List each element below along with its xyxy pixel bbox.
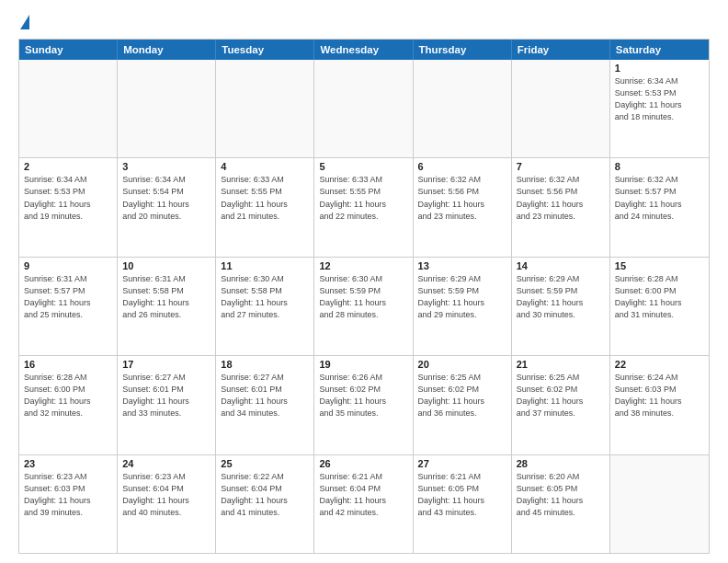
day-number: 28 bbox=[517, 458, 605, 469]
day-number: 2 bbox=[24, 161, 112, 172]
day-info: Sunrise: 6:27 AM Sunset: 6:01 PM Dayligh… bbox=[122, 372, 210, 419]
calendar-row-1: 2Sunrise: 6:34 AM Sunset: 5:53 PM Daylig… bbox=[19, 158, 709, 257]
calendar-cell: 23Sunrise: 6:23 AM Sunset: 6:03 PM Dayli… bbox=[19, 455, 118, 553]
calendar-cell: 22Sunrise: 6:24 AM Sunset: 6:03 PM Dayli… bbox=[610, 356, 709, 454]
calendar-cell bbox=[610, 455, 709, 553]
header-day-monday: Monday bbox=[118, 40, 216, 60]
page: SundayMondayTuesdayWednesdayThursdayFrid… bbox=[0, 0, 728, 563]
calendar-cell bbox=[314, 60, 413, 157]
day-info: Sunrise: 6:30 AM Sunset: 5:59 PM Dayligh… bbox=[319, 273, 407, 321]
day-info: Sunrise: 6:29 AM Sunset: 5:59 PM Dayligh… bbox=[517, 273, 605, 321]
logo-text bbox=[18, 15, 29, 31]
calendar-cell: 10Sunrise: 6:31 AM Sunset: 5:58 PM Dayli… bbox=[118, 258, 216, 355]
day-info: Sunrise: 6:25 AM Sunset: 6:02 PM Dayligh… bbox=[517, 372, 605, 419]
day-number: 1 bbox=[615, 63, 704, 74]
day-number: 8 bbox=[615, 161, 704, 172]
day-info: Sunrise: 6:34 AM Sunset: 5:54 PM Dayligh… bbox=[122, 174, 210, 222]
day-info: Sunrise: 6:33 AM Sunset: 5:55 PM Dayligh… bbox=[221, 174, 309, 222]
day-number: 6 bbox=[418, 161, 506, 172]
calendar-cell: 5Sunrise: 6:33 AM Sunset: 5:55 PM Daylig… bbox=[314, 158, 413, 256]
logo bbox=[18, 15, 29, 31]
day-number: 10 bbox=[122, 260, 210, 271]
day-number: 7 bbox=[517, 161, 605, 172]
calendar-row-2: 9Sunrise: 6:31 AM Sunset: 5:57 PM Daylig… bbox=[19, 258, 709, 356]
calendar-cell: 26Sunrise: 6:21 AM Sunset: 6:04 PM Dayli… bbox=[314, 455, 413, 553]
calendar-cell: 7Sunrise: 6:32 AM Sunset: 5:56 PM Daylig… bbox=[512, 158, 610, 256]
calendar-cell: 8Sunrise: 6:32 AM Sunset: 5:57 PM Daylig… bbox=[610, 158, 709, 256]
day-info: Sunrise: 6:26 AM Sunset: 6:02 PM Dayligh… bbox=[319, 372, 407, 419]
day-number: 16 bbox=[24, 359, 112, 370]
day-info: Sunrise: 6:29 AM Sunset: 5:59 PM Dayligh… bbox=[418, 273, 506, 321]
header-day-wednesday: Wednesday bbox=[314, 40, 413, 60]
calendar-cell: 24Sunrise: 6:23 AM Sunset: 6:04 PM Dayli… bbox=[118, 455, 216, 553]
calendar-cell: 12Sunrise: 6:30 AM Sunset: 5:59 PM Dayli… bbox=[314, 258, 413, 355]
calendar-cell: 9Sunrise: 6:31 AM Sunset: 5:57 PM Daylig… bbox=[19, 258, 118, 355]
calendar-cell: 17Sunrise: 6:27 AM Sunset: 6:01 PM Dayli… bbox=[118, 356, 216, 454]
calendar-cell: 21Sunrise: 6:25 AM Sunset: 6:02 PM Dayli… bbox=[512, 356, 610, 454]
calendar-cell: 6Sunrise: 6:32 AM Sunset: 5:56 PM Daylig… bbox=[414, 158, 512, 256]
day-info: Sunrise: 6:23 AM Sunset: 6:04 PM Dayligh… bbox=[122, 471, 210, 519]
header-day-sunday: Sunday bbox=[19, 40, 118, 60]
day-number: 27 bbox=[418, 458, 506, 469]
day-info: Sunrise: 6:34 AM Sunset: 5:53 PM Dayligh… bbox=[24, 174, 112, 222]
day-number: 21 bbox=[517, 359, 605, 370]
day-info: Sunrise: 6:28 AM Sunset: 6:00 PM Dayligh… bbox=[615, 273, 704, 321]
day-number: 22 bbox=[615, 359, 704, 370]
calendar-cell: 19Sunrise: 6:26 AM Sunset: 6:02 PM Dayli… bbox=[314, 356, 413, 454]
day-number: 23 bbox=[24, 458, 112, 469]
day-number: 5 bbox=[319, 161, 407, 172]
day-info: Sunrise: 6:22 AM Sunset: 6:04 PM Dayligh… bbox=[221, 471, 309, 519]
calendar-cell bbox=[216, 60, 314, 157]
day-number: 4 bbox=[221, 161, 309, 172]
calendar-cell: 3Sunrise: 6:34 AM Sunset: 5:54 PM Daylig… bbox=[118, 158, 216, 256]
calendar-row-0: 1Sunrise: 6:34 AM Sunset: 5:53 PM Daylig… bbox=[19, 60, 709, 158]
day-info: Sunrise: 6:23 AM Sunset: 6:03 PM Dayligh… bbox=[24, 471, 112, 519]
calendar-body: 1Sunrise: 6:34 AM Sunset: 5:53 PM Daylig… bbox=[19, 60, 709, 553]
header-day-friday: Friday bbox=[512, 40, 610, 60]
calendar-header: SundayMondayTuesdayWednesdayThursdayFrid… bbox=[19, 40, 709, 60]
calendar-row-3: 16Sunrise: 6:28 AM Sunset: 6:00 PM Dayli… bbox=[19, 356, 709, 454]
header-day-thursday: Thursday bbox=[414, 40, 512, 60]
calendar-cell: 18Sunrise: 6:27 AM Sunset: 6:01 PM Dayli… bbox=[216, 356, 314, 454]
calendar-cell bbox=[512, 60, 610, 157]
day-info: Sunrise: 6:25 AM Sunset: 6:02 PM Dayligh… bbox=[418, 372, 506, 419]
calendar-cell: 2Sunrise: 6:34 AM Sunset: 5:53 PM Daylig… bbox=[19, 158, 118, 256]
header-day-tuesday: Tuesday bbox=[216, 40, 314, 60]
calendar-cell: 13Sunrise: 6:29 AM Sunset: 5:59 PM Dayli… bbox=[414, 258, 512, 355]
calendar-cell: 14Sunrise: 6:29 AM Sunset: 5:59 PM Dayli… bbox=[512, 258, 610, 355]
header-day-saturday: Saturday bbox=[610, 40, 709, 60]
calendar-cell: 1Sunrise: 6:34 AM Sunset: 5:53 PM Daylig… bbox=[610, 60, 709, 157]
calendar-cell: 4Sunrise: 6:33 AM Sunset: 5:55 PM Daylig… bbox=[216, 158, 314, 256]
calendar-cell: 11Sunrise: 6:30 AM Sunset: 5:58 PM Dayli… bbox=[216, 258, 314, 355]
day-number: 25 bbox=[221, 458, 309, 469]
day-info: Sunrise: 6:33 AM Sunset: 5:55 PM Dayligh… bbox=[319, 174, 407, 222]
calendar: SundayMondayTuesdayWednesdayThursdayFrid… bbox=[18, 39, 710, 554]
calendar-cell bbox=[414, 60, 512, 157]
calendar-cell: 16Sunrise: 6:28 AM Sunset: 6:00 PM Dayli… bbox=[19, 356, 118, 454]
day-number: 3 bbox=[122, 161, 210, 172]
calendar-cell: 20Sunrise: 6:25 AM Sunset: 6:02 PM Dayli… bbox=[414, 356, 512, 454]
day-number: 13 bbox=[418, 260, 506, 271]
day-info: Sunrise: 6:21 AM Sunset: 6:05 PM Dayligh… bbox=[418, 471, 506, 519]
day-number: 20 bbox=[418, 359, 506, 370]
calendar-row-4: 23Sunrise: 6:23 AM Sunset: 6:03 PM Dayli… bbox=[19, 455, 709, 553]
header bbox=[18, 15, 710, 31]
day-info: Sunrise: 6:27 AM Sunset: 6:01 PM Dayligh… bbox=[221, 372, 309, 419]
day-info: Sunrise: 6:31 AM Sunset: 5:58 PM Dayligh… bbox=[122, 273, 210, 321]
day-number: 18 bbox=[221, 359, 309, 370]
day-number: 26 bbox=[319, 458, 407, 469]
day-info: Sunrise: 6:32 AM Sunset: 5:56 PM Dayligh… bbox=[517, 174, 605, 222]
calendar-cell: 28Sunrise: 6:20 AM Sunset: 6:05 PM Dayli… bbox=[512, 455, 610, 553]
day-info: Sunrise: 6:28 AM Sunset: 6:00 PM Dayligh… bbox=[24, 372, 112, 419]
day-info: Sunrise: 6:20 AM Sunset: 6:05 PM Dayligh… bbox=[517, 471, 605, 519]
calendar-cell bbox=[118, 60, 216, 157]
calendar-cell bbox=[19, 60, 118, 157]
day-number: 9 bbox=[24, 260, 112, 271]
day-info: Sunrise: 6:21 AM Sunset: 6:04 PM Dayligh… bbox=[319, 471, 407, 519]
logo-triangle-icon bbox=[20, 15, 29, 29]
day-number: 14 bbox=[517, 260, 605, 271]
day-number: 15 bbox=[615, 260, 704, 271]
day-info: Sunrise: 6:32 AM Sunset: 5:56 PM Dayligh… bbox=[418, 174, 506, 222]
day-number: 12 bbox=[319, 260, 407, 271]
day-number: 11 bbox=[221, 260, 309, 271]
